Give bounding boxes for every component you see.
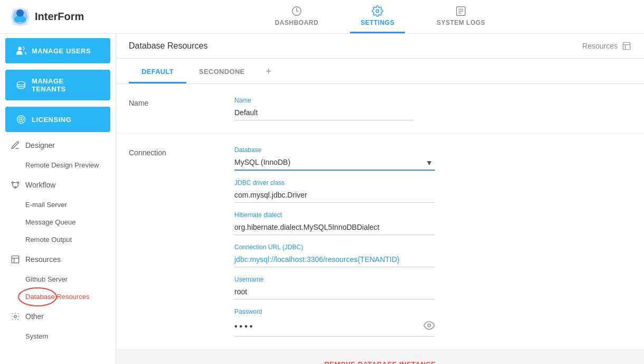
name-field-group: Name Default bbox=[234, 97, 631, 120]
tab-secondone[interactable]: SECONDONE bbox=[186, 60, 258, 83]
sidebar-item-designer[interactable]: Designer bbox=[0, 134, 116, 156]
action-row: REMOVE DATABASE INSTANCE bbox=[116, 350, 644, 364]
sidebar-section-resources: Resources Github Server Database Resourc… bbox=[0, 248, 116, 305]
page-header-right: Resources bbox=[582, 41, 631, 51]
remove-database-button[interactable]: REMOVE DATABASE INSTANCE bbox=[324, 360, 435, 364]
name-field-label: Name bbox=[234, 97, 631, 104]
designer-icon bbox=[11, 141, 20, 150]
database-field-group: Database MySQL (InnoDB) ▼ bbox=[234, 146, 435, 171]
password-field: •••• bbox=[234, 318, 435, 337]
app-name: InterForm bbox=[35, 11, 84, 23]
manage-users-icon bbox=[16, 45, 26, 56]
svg-point-10 bbox=[18, 47, 22, 51]
svg-marker-2 bbox=[16, 9, 24, 16]
form-area: Name Name Default Connection Database bbox=[116, 84, 644, 364]
username-label: Username bbox=[234, 276, 435, 283]
manage-tenants-icon bbox=[16, 80, 26, 90]
jdbc-driver-value: com.mysql.jdbc.Driver bbox=[234, 189, 435, 203]
svg-point-11 bbox=[17, 81, 25, 85]
dashboard-icon bbox=[291, 5, 302, 17]
jdbc-driver-field-group: JDBC driver class com.mysql.jdbc.Driver bbox=[234, 179, 435, 203]
sidebar-item-other[interactable]: Other bbox=[0, 305, 116, 328]
other-icon bbox=[11, 312, 20, 321]
connection-form-row: Connection Database MySQL (InnoDB) ▼ bbox=[116, 134, 644, 350]
database-select-wrapper[interactable]: MySQL (InnoDB) ▼ bbox=[234, 156, 435, 171]
hibernate-label: Hibernate dialect bbox=[234, 211, 435, 219]
page-title: Database Resources bbox=[129, 41, 207, 51]
sidebar-section-designer: Designer Remote Design Preview bbox=[0, 134, 116, 174]
sidebar-item-remote-design-preview[interactable]: Remote Design Preview bbox=[0, 156, 116, 174]
sidebar: MANAGE USERS MANAGE TENANTS LICENSING bbox=[0, 34, 116, 364]
hibernate-value: org.hibernate.dialect.MySQL5InnoDBDialec… bbox=[234, 221, 435, 235]
name-form-row: Name Name Default bbox=[116, 84, 644, 134]
database-select[interactable]: MySQL (InnoDB) bbox=[234, 158, 435, 166]
jdbc-driver-label: JDBC driver class bbox=[234, 179, 435, 186]
sidebar-item-system[interactable]: System bbox=[0, 328, 116, 345]
sidebar-item-message-queue[interactable]: Message Queue bbox=[0, 213, 116, 231]
sidebar-item-database-resources[interactable]: Database Resources bbox=[0, 288, 116, 305]
username-field-group: Username root bbox=[234, 276, 435, 300]
logo: InterForm bbox=[0, 7, 116, 26]
svg-rect-22 bbox=[623, 42, 630, 50]
sidebar-item-email-server[interactable]: E-mail Server bbox=[0, 196, 116, 213]
system-logs-icon bbox=[455, 5, 467, 17]
sidebar-section-other: Other System bbox=[0, 305, 116, 345]
svg-marker-3 bbox=[14, 16, 26, 23]
svg-point-15 bbox=[12, 182, 13, 183]
sidebar-item-resources[interactable]: Resources bbox=[0, 248, 116, 270]
svg-point-16 bbox=[17, 182, 19, 183]
password-dots: •••• bbox=[234, 322, 423, 331]
sidebar-btn-licensing[interactable]: LICENSING bbox=[5, 107, 110, 132]
connection-url-value[interactable]: jdbc:mysql://localhost:3306/resources{TE… bbox=[234, 253, 435, 267]
password-field-group: Password •••• bbox=[234, 308, 435, 337]
topnav-settings[interactable]: SETTINGS bbox=[350, 0, 405, 33]
svg-point-5 bbox=[376, 10, 379, 13]
tab-default[interactable]: DEFAULT bbox=[129, 60, 186, 83]
main-content: Database Resources Resources DEFAULT SEC… bbox=[116, 34, 644, 364]
tabs-bar: DEFAULT SECONDONE + bbox=[116, 59, 644, 84]
username-value[interactable]: root bbox=[234, 285, 435, 300]
resources-icon bbox=[11, 255, 20, 264]
svg-point-14 bbox=[20, 118, 22, 120]
connection-row-label: Connection bbox=[129, 146, 224, 337]
sidebar-btn-manage-users[interactable]: MANAGE USERS bbox=[5, 38, 110, 63]
sidebar-item-remote-output[interactable]: Remote Output bbox=[0, 231, 116, 248]
licensing-icon bbox=[16, 114, 26, 125]
connection-url-field-group: Connection URL (JDBC) jdbc:mysql://local… bbox=[234, 244, 435, 267]
page-header: Database Resources Resources bbox=[116, 34, 644, 59]
resources-header-icon bbox=[622, 41, 631, 51]
sidebar-btn-manage-tenants[interactable]: MANAGE TENANTS bbox=[5, 70, 110, 100]
topnav-system-logs[interactable]: SYSTEM LOGS bbox=[426, 0, 496, 33]
topnav-items: DASHBOARD SETTINGS SYSTEM LOGS bbox=[116, 0, 644, 33]
topnav: InterForm DASHBOARD SETTINGS bbox=[0, 0, 644, 34]
topnav-dashboard[interactable]: DASHBOARD bbox=[264, 0, 329, 33]
eye-icon[interactable] bbox=[423, 320, 435, 333]
logo-icon bbox=[11, 7, 30, 26]
password-label: Password bbox=[234, 308, 435, 315]
sidebar-item-workflow[interactable]: Workflow bbox=[0, 174, 116, 196]
name-row-content: Name Default bbox=[234, 97, 631, 120]
svg-point-21 bbox=[14, 315, 17, 318]
settings-icon bbox=[372, 5, 383, 17]
tab-add-button[interactable]: + bbox=[258, 59, 280, 83]
connection-url-label: Connection URL (JDBC) bbox=[234, 244, 435, 251]
layout: MANAGE USERS MANAGE TENANTS LICENSING bbox=[0, 34, 644, 364]
svg-point-25 bbox=[428, 324, 431, 327]
connection-row-content: Database MySQL (InnoDB) ▼ JDBC driver cl… bbox=[234, 146, 435, 337]
svg-rect-18 bbox=[12, 256, 19, 263]
hibernate-field-group: Hibernate dialect org.hibernate.dialect.… bbox=[234, 211, 435, 235]
database-field-label: Database bbox=[234, 146, 435, 154]
sidebar-item-github-server[interactable]: Github Server bbox=[0, 270, 116, 288]
name-field-value[interactable]: Default bbox=[234, 106, 414, 120]
sidebar-section-workflow: Workflow E-mail Server Message Queue Rem… bbox=[0, 174, 116, 248]
workflow-icon bbox=[11, 180, 20, 190]
name-row-label: Name bbox=[129, 97, 224, 120]
